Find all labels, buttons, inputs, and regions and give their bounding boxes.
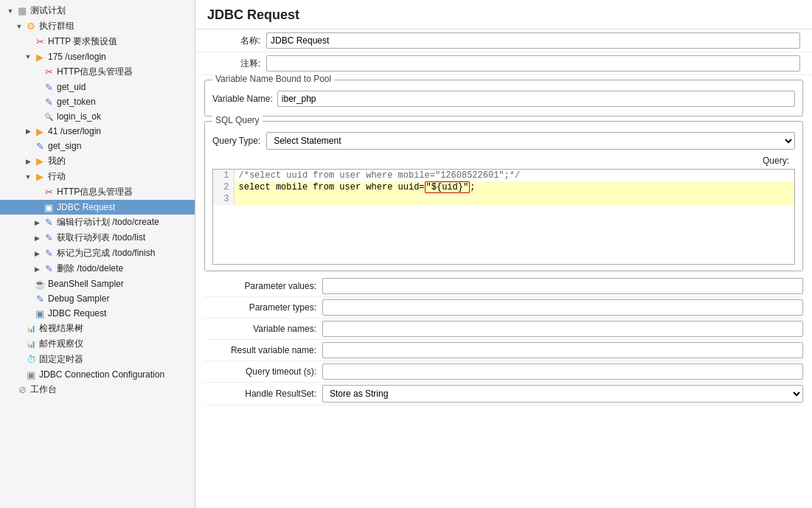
item-icon-login-is-ok: 🔍 [43,111,55,122]
sidebar-item-http-header-mgr2[interactable]: ✂HTTP信息头管理器 [0,184,195,200]
name-row: 名称: [195,29,812,52]
sidebar-item-delete-todo[interactable]: ▶✎删除 /todo/delete [0,261,195,276]
sidebar-item-jdbc-request[interactable]: ▣JDBC Request [0,200,195,215]
handle-resultset-select[interactable]: Store as StringStore as ObjectCount Reco… [322,385,803,403]
toggle-icon-timer [15,355,24,364]
item-label-get-token: get_token [57,97,96,107]
item-label-http-header-mgr2: HTTP信息头管理器 [57,186,133,198]
sidebar-item-edit-action[interactable]: ▶✎编辑行动计划 /todo/create [0,215,195,230]
sidebar-item-user-login[interactable]: ▼▶175 /user/login [0,49,195,64]
toggle-icon-delete-todo: ▶ [32,265,41,274]
sidebar-item-jdbc-request2[interactable]: ▣JDBC Request [0,306,195,321]
sidebar-item-get-token[interactable]: ✎get_token [0,94,195,109]
line-num-2: 2 [213,181,234,193]
toggle-icon-workbench [6,386,15,394]
item-icon-get-token: ✎ [43,96,55,108]
toggle-icon-mail-observer [15,340,24,349]
code-line-3: 3 [213,193,794,205]
item-icon-mail-observer: 📊 [25,338,37,350]
toggle-icon-edit-action: ▶ [32,218,41,227]
sidebar-item-mail-observer[interactable]: 📊邮件观察仪 [0,336,195,352]
sidebar-item-user-login2[interactable]: ▶▶41 /user/login [0,124,195,139]
item-label-jdbc-config: JDBC Connection Configuration [39,369,164,380]
name-label: 名称: [207,35,266,47]
note-row: 注释: [195,52,812,75]
result-var-input[interactable] [322,342,803,358]
item-icon-get-action-list: ✎ [43,232,55,244]
toggle-icon-http-preset [24,38,32,46]
toggle-icon-http-header-mgr2 [32,188,41,197]
item-icon-exec-group: ⚙ [25,21,37,32]
item-icon-http-preset: ✂ [34,36,46,48]
toggle-icon-user-login: ▼ [24,52,32,61]
item-label-mail-observer: 邮件观察仪 [39,338,83,350]
item-label-timer: 固定定时器 [39,353,83,366]
page-title: JDBC Request [195,0,812,29]
code-editor[interactable]: 1/*select uuid from user where mobile="1… [212,169,795,265]
result-var-row: Result variable name: [204,340,803,361]
item-icon-test-plan: ▦ [16,5,28,17]
item-label-workbench: 工作台 [30,383,57,396]
variable-names-input[interactable] [322,321,803,337]
sidebar-item-action[interactable]: ▼▶行动 [0,169,195,184]
param-types-input[interactable] [322,299,803,316]
toggle-icon-debug-sampler [24,294,32,303]
item-icon-debug-sampler: ✎ [34,293,46,305]
sidebar-item-result-tree[interactable]: 📊检视结果树 [0,321,195,336]
sidebar-item-login-is-ok[interactable]: 🔍login_is_ok [0,109,195,124]
sidebar-item-http-preset[interactable]: ✂HTTP 要求预设值 [0,34,195,49]
item-label-http-preset: HTTP 要求预设值 [48,35,117,48]
toggle-icon-get-sign [24,142,32,150]
query-timeout-label: Query timeout (s): [204,366,322,377]
item-icon-delete-todo: ✎ [43,263,55,275]
item-label-get-uid: get_uid [57,82,86,92]
item-icon-user-login: ▶ [34,51,46,63]
item-icon-jdbc-request2: ▣ [34,307,46,319]
item-icon-action: ▶ [34,171,46,183]
item-icon-edit-action: ✎ [43,217,55,229]
sidebar-item-jdbc-config[interactable]: ▣JDBC Connection Configuration [0,367,195,382]
item-label-edit-action: 编辑行动计划 /todo/create [57,216,159,229]
toggle-icon-jdbc-config [15,370,24,379]
variable-names-row: Variable names: [204,319,803,340]
toggle-icon-beanshell [24,279,32,288]
param-values-input[interactable] [322,278,803,294]
param-values-row: Parameter values: [204,276,803,297]
query-timeout-row: Query timeout (s): [204,361,803,383]
toggle-icon-get-token [32,97,41,106]
sidebar-item-beanshell[interactable]: ☕BeanShell Sampler [0,276,195,291]
variable-name-input[interactable] [277,91,795,107]
sidebar: ▼▦测试计划▼⚙执行群组✂HTTP 要求预设值▼▶175 /user/login… [0,0,195,508]
sidebar-item-workbench[interactable]: ⊘工作台 [0,382,195,397]
name-input[interactable] [266,32,800,49]
item-icon-timer: ⏱ [25,354,37,366]
item-label-exec-group: 执行群组 [39,20,74,32]
sidebar-item-http-header-mgr[interactable]: ✂HTTP信息头管理器 [0,64,195,80]
toggle-icon-jdbc-request [32,203,41,212]
item-label-get-action-list: 获取行动列表 /todo/list [57,232,145,244]
toggle-icon-exec-group: ▼ [15,22,24,31]
sidebar-item-mark-done[interactable]: ▶✎标记为已完成 /todo/finish [0,246,195,261]
query-timeout-input[interactable] [322,363,803,380]
toggle-icon-mark-done: ▶ [32,249,41,258]
note-input[interactable] [266,55,800,72]
sidebar-item-debug-sampler[interactable]: ✎Debug Sampler [0,291,195,306]
sidebar-item-get-uid[interactable]: ✎get_uid [0,80,195,94]
sidebar-item-get-action-list[interactable]: ▶✎获取行动列表 /todo/list [0,230,195,246]
item-label-result-tree: 检视结果树 [39,322,83,335]
sidebar-item-timer[interactable]: ⏱固定定时器 [0,352,195,367]
sidebar-item-exec-group[interactable]: ▼⚙执行群组 [0,18,195,34]
query-type-label: Query Type: [212,136,260,146]
item-icon-my: ▶ [34,156,46,167]
item-label-my: 我的 [48,155,66,167]
query-type-select[interactable]: Select StatementUpdate StatementCallable… [266,132,795,150]
line-content-1: /*select uuid from user where mobile="12… [234,170,794,181]
sidebar-item-get-sign[interactable]: ✎get_sign [0,139,195,153]
sidebar-item-test-plan[interactable]: ▼▦测试计划 [0,3,195,18]
sidebar-item-my[interactable]: ▶▶我的 [0,153,195,169]
bottom-fields: Parameter values: Parameter types: Varia… [195,276,812,411]
variable-bound-title: Variable Name Bound to Pool [212,74,334,84]
result-var-label: Result variable name: [204,345,322,355]
line-content-2: select mobile from user where uuid="${ui… [234,181,794,193]
item-icon-jdbc-config: ▣ [25,369,37,380]
